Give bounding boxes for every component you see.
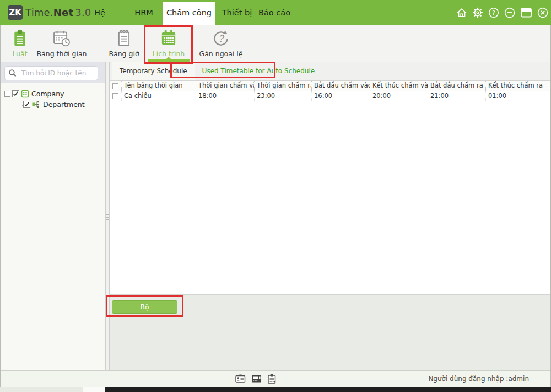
tree-node-label: Department bbox=[43, 100, 85, 108]
column-header: Bắt đầu chấm vào bbox=[312, 81, 370, 91]
panel-splitter[interactable] bbox=[106, 62, 110, 370]
bottom-action-panel: Bộ bbox=[110, 294, 551, 370]
clipboard-rules-icon bbox=[12, 28, 28, 49]
calendar-clock-icon bbox=[52, 28, 72, 49]
zktime-app-window: ZK Time.Net3.0 Hệ thống HRM Chấm công Th… bbox=[0, 0, 551, 392]
column-header: Thời gian chấm ra bbox=[255, 81, 312, 91]
refresh-question-icon: ? bbox=[211, 28, 231, 49]
calendar-schedule-icon bbox=[160, 28, 177, 49]
search-box bbox=[4, 66, 98, 80]
set-button[interactable]: Bộ bbox=[112, 300, 177, 314]
notepad-icon bbox=[116, 28, 132, 49]
toolbar-item-bang-gio[interactable]: Bảng giờ bbox=[101, 28, 147, 58]
company-icon bbox=[21, 90, 29, 98]
taskbar-white-segment bbox=[83, 387, 105, 392]
column-header: Bắt đầu chấm ra bbox=[428, 81, 486, 91]
cell-checkout-time: 23:00 bbox=[255, 91, 312, 101]
toolbar-label: Gán ngoại lệ bbox=[199, 50, 242, 58]
department-icon bbox=[32, 100, 41, 108]
logo-net: Net bbox=[53, 7, 73, 18]
search-icon bbox=[8, 69, 17, 80]
taskbar-light-segment bbox=[0, 387, 83, 392]
minimize-icon[interactable] bbox=[504, 7, 516, 19]
search-strip bbox=[0, 62, 105, 83]
splitter-grip-icon bbox=[106, 211, 109, 222]
toolbar-item-gan-ngoai-le[interactable]: ? Gán ngoại lệ bbox=[194, 28, 248, 58]
terminal-device-icon[interactable] bbox=[251, 374, 262, 386]
search-input[interactable] bbox=[20, 67, 97, 80]
toolbar-label: Bảng thời gian bbox=[37, 50, 87, 58]
status-bar: Người dùng đăng nhập :admin bbox=[0, 370, 551, 387]
status-icons bbox=[235, 374, 277, 386]
title-bar: ZK Time.Net3.0 Hệ thống HRM Chấm công Th… bbox=[0, 0, 551, 25]
column-header: Kết thúc chấm vào bbox=[370, 81, 428, 91]
desktop-taskbar-sliver bbox=[0, 387, 551, 392]
zk-logo-icon: ZK bbox=[8, 5, 23, 20]
select-all-checkbox[interactable] bbox=[110, 81, 122, 91]
help-icon[interactable]: ? bbox=[488, 7, 500, 19]
active-tool-caret bbox=[165, 57, 172, 60]
toolbar-item-luat[interactable]: Luật bbox=[6, 28, 34, 58]
id-card-icon[interactable] bbox=[235, 374, 246, 386]
column-header: Tên bảng thời gian bbox=[122, 81, 196, 91]
collapse-icon[interactable] bbox=[4, 91, 10, 97]
org-tree: Company Department bbox=[0, 83, 105, 110]
column-header: Kết thúc chấm ra bbox=[486, 81, 551, 91]
logged-in-user-text: Người dùng đăng nhập :admin bbox=[428, 375, 529, 383]
close-icon[interactable] bbox=[537, 7, 549, 19]
menu-he-thong[interactable]: Hệ thống bbox=[82, 0, 118, 25]
timetable-header-row: Tên bảng thời gian Thời gian chấm vào Th… bbox=[110, 81, 551, 91]
row-checkbox[interactable] bbox=[110, 91, 122, 101]
menu-cham-cong[interactable]: Chấm công bbox=[163, 0, 215, 25]
column-header: Thời gian chấm vào bbox=[196, 81, 255, 91]
taskbar-dark-segment bbox=[105, 387, 551, 392]
toolbar-item-lich-trinh[interactable]: Lịch trình bbox=[145, 28, 192, 58]
settings-gear-icon[interactable] bbox=[472, 7, 484, 19]
tab-used-timetable[interactable]: Used Timetable for Auto Schedule bbox=[195, 62, 322, 80]
cell-checkin-start: 16:00 bbox=[312, 91, 370, 101]
cell-checkin-time: 18:00 bbox=[196, 91, 255, 101]
app-logo: ZK Time.Net3.0 bbox=[8, 5, 91, 20]
cell-checkout-start: 21:00 bbox=[428, 91, 486, 101]
toolbar-label: Luật bbox=[12, 50, 27, 58]
window-controls: ? bbox=[456, 7, 549, 19]
tree-node-label: Company bbox=[31, 90, 64, 98]
ribbon-toolbar: Luật Bảng thời gian bbox=[0, 25, 551, 62]
timetable-row[interactable]: Ca chiều 18:00 23:00 16:00 20:00 21:00 0… bbox=[110, 91, 551, 101]
svg-text:?: ? bbox=[219, 33, 225, 44]
menu-thiet-bi[interactable]: Thiết bị bbox=[220, 0, 253, 25]
cell-checkin-end: 20:00 bbox=[370, 91, 428, 101]
tree-node-department[interactable]: Department bbox=[18, 99, 105, 110]
home-icon[interactable] bbox=[456, 7, 468, 19]
schedule-tabbar: Temporary Schedule Used Timetable for Au… bbox=[110, 62, 551, 81]
window-left-edge bbox=[0, 25, 1, 387]
cell-name: Ca chiều bbox=[122, 91, 196, 101]
tree-connector bbox=[18, 99, 23, 106]
svg-text:?: ? bbox=[492, 9, 495, 17]
menu-bao-cao[interactable]: Báo cáo bbox=[257, 0, 292, 25]
tab-temporary-schedule[interactable]: Temporary Schedule bbox=[112, 62, 195, 80]
sidebar: Company Department bbox=[0, 62, 106, 370]
tree-node-company[interactable]: Company bbox=[4, 89, 105, 99]
department-checkbox[interactable] bbox=[23, 101, 30, 108]
main-panel: Temporary Schedule Used Timetable for Au… bbox=[110, 62, 551, 370]
toolbar-label: Bảng giờ bbox=[109, 50, 139, 58]
table-empty-area bbox=[110, 101, 551, 294]
toolbar-item-bang-thoi-gian[interactable]: Bảng thời gian bbox=[33, 28, 90, 58]
clipboard-report-icon[interactable] bbox=[267, 374, 277, 386]
company-checkbox[interactable] bbox=[12, 90, 19, 97]
maximize-icon[interactable] bbox=[520, 7, 533, 19]
logo-time: Time. bbox=[25, 7, 53, 18]
menu-hrm[interactable]: HRM bbox=[129, 0, 159, 25]
cell-checkout-end: 01:00 bbox=[486, 91, 551, 101]
